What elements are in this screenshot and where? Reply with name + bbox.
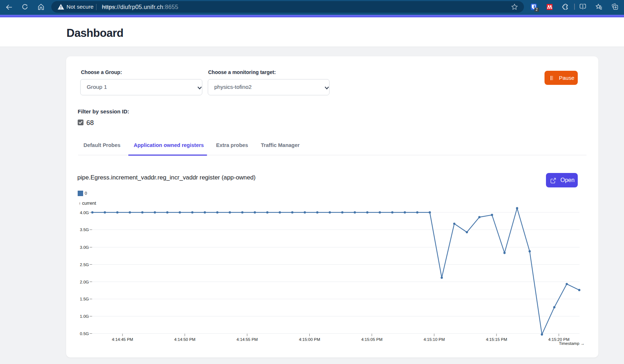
svg-text:4.0G: 4.0G <box>80 211 89 215</box>
svg-text:4:15:10 PM: 4:15:10 PM <box>423 337 445 342</box>
svg-text:Timestamp →: Timestamp → <box>559 341 585 346</box>
svg-text:0.5G: 0.5G <box>80 332 89 336</box>
svg-text:4:15:00 PM: 4:15:00 PM <box>299 337 320 342</box>
svg-text:2.5G: 2.5G <box>80 263 89 267</box>
svg-text:1.5G: 1.5G <box>80 297 89 301</box>
svg-text:4:15:05 PM: 4:15:05 PM <box>361 337 383 342</box>
svg-text:2.0G: 2.0G <box>80 280 89 284</box>
svg-text:4:14:55 PM: 4:14:55 PM <box>237 337 258 342</box>
svg-text:1.0G: 1.0G <box>80 314 89 318</box>
svg-text:4:14:45 PM: 4:14:45 PM <box>112 337 133 342</box>
svg-text:4:15:15 PM: 4:15:15 PM <box>486 337 507 342</box>
svg-text:3.5G: 3.5G <box>80 228 89 232</box>
svg-text:3.0G: 3.0G <box>80 245 89 250</box>
svg-text:4:14:50 PM: 4:14:50 PM <box>174 337 195 342</box>
